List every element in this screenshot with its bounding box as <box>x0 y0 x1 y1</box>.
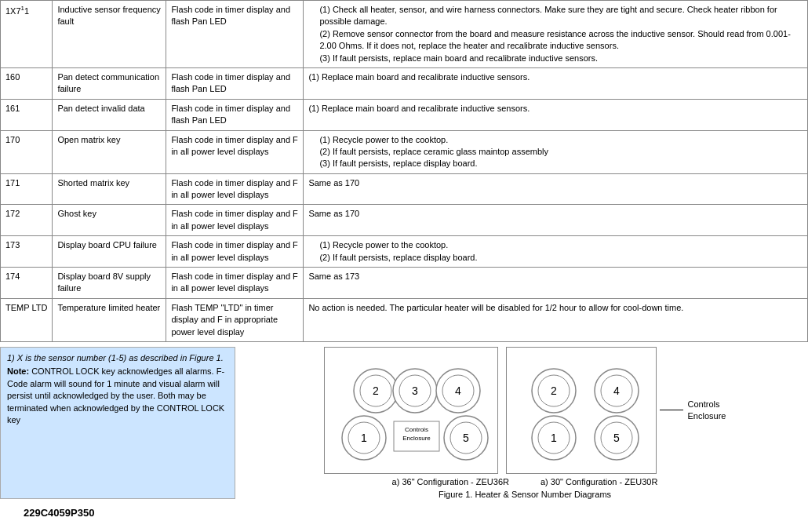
fault-cell: Shorted matrix key <box>53 173 166 205</box>
svg-text:2: 2 <box>551 384 557 397</box>
svg-text:5: 5 <box>463 432 469 444</box>
svg-text:4: 4 <box>613 384 620 397</box>
display-cell: Flash code in timer display and F in all… <box>166 205 304 236</box>
svg-text:2: 2 <box>373 384 379 397</box>
remedy-item: (3) If fault persists, replace main boar… <box>319 53 803 64</box>
table-row: 160Pan detect communication failureFlash… <box>1 67 808 99</box>
svg-text:5: 5 <box>613 432 620 444</box>
display-cell: Flash code in timer display and F in all… <box>166 130 304 173</box>
display-cell: Flash code in timer display and flash Pa… <box>166 99 304 130</box>
svg-30: 2 4 1 5 <box>515 355 648 465</box>
bottom-section: 1) X is the sensor number (1-5) as descr… <box>0 347 808 499</box>
remedy-item: (3) If fault persists, replace display b… <box>319 158 803 169</box>
fault-cell: Ghost key <box>53 205 166 236</box>
arrow-line <box>660 410 683 410</box>
remedy-item: (2) If fault persists, replace ceramic g… <box>319 146 803 158</box>
display-cell: Flash TEMP "LTD" in timer display and F … <box>166 298 304 341</box>
remedy-cell: No action is needed. The particular heat… <box>304 298 808 341</box>
code-cell: 172 <box>1 205 53 236</box>
table-row: 170Open matrix keyFlash code in timer di… <box>1 130 808 173</box>
svg-text:3: 3 <box>412 384 418 397</box>
code-cell: 1X711 <box>1 1 53 68</box>
svg-text:1: 1 <box>551 432 557 444</box>
caption-30: a) 30" Configuration - ZEU30R <box>540 477 657 486</box>
code-cell: 170 <box>1 130 53 173</box>
note-body: Note: CONTROL LOCK key acknowledges all … <box>7 366 228 426</box>
svg-text:1: 1 <box>361 432 367 444</box>
table-row: 174Display board 8V supply failureFlash … <box>1 268 808 299</box>
remedy-cell: Same as 170 <box>304 205 808 236</box>
svg-text:Controls: Controls <box>405 426 428 433</box>
controls-enclosure-label: ControlsEnclosure <box>688 399 726 423</box>
note-text: CONTROL LOCK key acknowledges all alarms… <box>7 366 224 425</box>
caption-36: a) 36" Configuration - ZEU36R <box>392 477 509 486</box>
svg-36: 2 3 4 1 <box>333 355 490 465</box>
display-cell: Flash code in timer display and F in all… <box>166 236 304 268</box>
remedy-cell: (1) Recycle power to the cooktop.(2) If … <box>304 236 808 268</box>
code-cell: TEMP LTD <box>1 298 53 341</box>
remedy-cell: (1) Recycle power to the cooktop.(2) If … <box>304 130 808 173</box>
note-line1: 1) X is the sensor number (1-5) as descr… <box>7 352 228 364</box>
display-cell: Flash code in timer display and flash Pa… <box>166 67 304 99</box>
remedy-cell: (1) Check all heater, sensor, and wire h… <box>304 1 808 68</box>
table-row: 171Shorted matrix keyFlash code in timer… <box>1 173 808 205</box>
display-cell: Flash code in timer display and flash Pa… <box>166 1 304 68</box>
fault-cell: Temperature limited heater <box>53 298 166 341</box>
diagram-box-36: 2 3 4 1 <box>324 347 498 474</box>
table-row: 161Pan detect invalid dataFlash code in … <box>1 99 808 130</box>
fault-cell: Open matrix key <box>53 130 166 173</box>
remedy-item: (2) Remove sensor connector from the boa… <box>319 28 803 53</box>
table-row: 1X711Inductive sensor frequency faultFla… <box>1 1 808 68</box>
diagram-36: 2 3 4 1 <box>324 347 498 474</box>
display-cell: Flash code in timer display and F in all… <box>166 268 304 299</box>
table-row: 172Ghost keyFlash code in timer display … <box>1 205 808 236</box>
table-row: TEMP LTDTemperature limited heaterFlash … <box>1 298 808 341</box>
table-row: 173Display board CPU failureFlash code i… <box>1 236 808 268</box>
fault-cell: Inductive sensor frequency fault <box>53 1 166 68</box>
diagram-30: 2 4 1 5 <box>506 347 726 474</box>
note-box: 1) X is the sensor number (1-5) as descr… <box>0 347 235 499</box>
remedy-cell: (1) Replace main board and recalibrate i… <box>304 99 808 130</box>
diagrams-section: 2 3 4 1 <box>242 347 808 499</box>
page-wrapper: 1X711Inductive sensor frequency faultFla… <box>0 0 808 519</box>
code-cell: 160 <box>1 67 53 99</box>
remedy-item: (1) Recycle power to the cooktop. <box>319 239 803 251</box>
fault-code-table: 1X711Inductive sensor frequency faultFla… <box>0 0 808 342</box>
remedy-item: (1) Recycle power to the cooktop. <box>319 134 803 146</box>
remedy-item: (1) Check all heater, sensor, and wire h… <box>319 4 803 28</box>
remedy-item: (2) If fault persists, replace display b… <box>319 252 803 264</box>
remedy-cell: Same as 173 <box>304 268 808 299</box>
code-cell: 171 <box>1 173 53 205</box>
remedy-cell: Same as 170 <box>304 173 808 205</box>
display-cell: Flash code in timer display and F in all… <box>166 173 304 205</box>
remedy-cell: (1) Replace main board and recalibrate i… <box>304 67 808 99</box>
code-cell: 174 <box>1 268 53 299</box>
fault-cell: Display board 8V supply failure <box>53 268 166 299</box>
controls-label-30: ControlsEnclosure <box>660 399 726 423</box>
diagram-box-30: 2 4 1 5 <box>506 347 657 474</box>
fault-cell: Pan detect invalid data <box>53 99 166 130</box>
fault-cell: Pan detect communication failure <box>53 67 166 99</box>
code-cell: 161 <box>1 99 53 130</box>
diagrams-row: 2 3 4 1 <box>324 347 726 474</box>
code-cell: 173 <box>1 236 53 268</box>
svg-text:4: 4 <box>455 384 461 397</box>
svg-text:Enclosure: Enclosure <box>402 435 431 442</box>
fault-cell: Display board CPU failure <box>53 236 166 268</box>
figure-caption: Figure 1. Heater & Sensor Number Diagram… <box>439 490 611 499</box>
diagrams-captions: a) 36" Configuration - ZEU36R a) 30" Con… <box>392 477 658 486</box>
doc-number: 229C4059P350 <box>24 507 808 519</box>
note-label: Note: <box>7 366 29 376</box>
